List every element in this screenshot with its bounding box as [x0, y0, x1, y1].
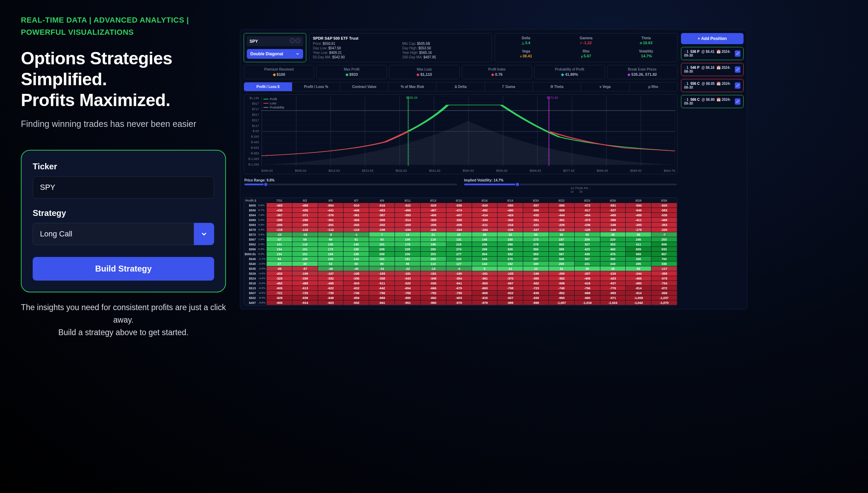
greek-gamma: GammaΓ-1.22	[558, 36, 615, 46]
y-tick: $517	[245, 113, 260, 116]
tab--delta[interactable]: Δ Delta	[437, 82, 485, 91]
price-range-slider[interactable]: Price Range: 9.8%	[244, 178, 457, 193]
greek-delta: Delta△3.4	[498, 36, 554, 46]
page-subtitle: Finding winning trades has never been ea…	[21, 119, 226, 129]
heat-row: $5998.7%-430-435-441-446-453-459-467-474…	[244, 208, 677, 213]
ticker-icon-2[interactable]	[295, 38, 300, 43]
y-tick: $-683	[245, 146, 260, 149]
chart-svg	[261, 97, 675, 166]
chart-plot-area: $535.26 $571.82	[261, 97, 675, 166]
tab--of-max-risk[interactable]: % of Max Risk	[389, 82, 437, 91]
x-tick: $550.83	[463, 169, 474, 172]
metrics-row: Premium Received◆ $100Max Profit◆ $933Ma…	[244, 65, 678, 79]
breakeven-2-label: $571.82	[547, 96, 558, 99]
heat-row: $507-8.0%-721-725-735-745-756-768-782-79…	[244, 291, 677, 296]
x-tick: $568.83	[530, 169, 541, 172]
dash-ticker-field[interactable]: SPY	[247, 36, 303, 46]
chart-tabs: Profit / Loss $Profit / Loss %Contract V…	[244, 82, 678, 91]
dash-strategy-select[interactable]: Double Diagonal	[247, 49, 303, 59]
heat-row: $502-8.9%-829-838-848-859-869-880-892-90…	[244, 296, 677, 300]
heat-row: $535-2.9%-65-57-49-40-31-22-13-451423313…	[244, 266, 677, 271]
y-tick: $1,146	[245, 97, 260, 100]
insights-line1: The insights you need for consistent pro…	[21, 303, 226, 324]
x-tick: $514.83	[328, 169, 340, 172]
edit-position-button[interactable]	[735, 66, 740, 73]
strategy-label: Strategy	[33, 208, 214, 218]
heat-row: $5560.9%13415117018820822825027429932635…	[244, 247, 677, 252]
ticker-icon-group	[289, 38, 300, 44]
heat-row: $513-6.9%-605-613-622-632-642-654-666-67…	[244, 286, 677, 291]
y-tick: $717	[245, 108, 260, 111]
iv-mark-2x: 29.4% 2x	[579, 186, 589, 193]
heat-row: $5947.8%-367-371-376-381-387-393-400-407…	[244, 213, 677, 218]
y-tick: $317	[245, 119, 260, 122]
dash-ticker-value: SPY	[250, 39, 258, 44]
edit-position-button[interactable]	[735, 50, 740, 57]
instrument-title: SPDR S&P 500 ETF Trust	[313, 36, 488, 40]
pl-heatmap: Profit $7/318/28/58/78/98/118/138/158/16…	[244, 197, 678, 306]
heat-row: $5723.8%-23-15-8-1714212936435058584836-…	[244, 232, 677, 237]
strategy-select-toggle[interactable]	[194, 223, 214, 245]
ticker-icon-1[interactable]	[290, 38, 295, 43]
tab--vega[interactable]: ν Vega	[581, 82, 630, 91]
dashboard-preview: SPY Double Diagonal SPDR S&P 500 ETF Tru…	[240, 29, 747, 309]
dayhigh-value: $553.50	[419, 46, 431, 50]
x-tick: $532.83	[396, 169, 407, 172]
greek-theta: ThetaΘ10.63	[618, 36, 674, 46]
yearlow-label: Year Low:	[313, 51, 328, 55]
tab-profit-loss-[interactable]: Profit / Loss $	[244, 82, 292, 91]
heat-row: $5622.0%10111513014516117819621523525627…	[244, 242, 677, 247]
ticker-input[interactable]	[33, 176, 214, 199]
strategy-builder-card: Ticker Strategy Long Call Build Strategy	[21, 150, 226, 292]
heat-row: $6059.8%-493-499-504-510-516-522-529-536…	[244, 203, 677, 208]
edit-position-button[interactable]	[735, 98, 740, 105]
x-tick: $505.83	[295, 169, 306, 172]
instrument-info: SPDR S&P 500 ETF Trust Price: $550.81 Mk…	[309, 33, 492, 62]
y-tick: $-1,083	[245, 157, 260, 161]
chart-x-axis: $496.83$505.83$514.83$523.83$532.83$541.…	[261, 169, 675, 172]
pl-chart: Profit Loss Probability $1,146$917$717$5…	[244, 94, 678, 174]
metric-profit-index: Profit Index◆ 0.76	[462, 65, 532, 79]
x-tick: $496.83	[261, 169, 273, 172]
heat-row: $529-4.0%-202-199-197-195-193-191-191-19…	[244, 271, 677, 276]
heat-row: $518-6.0%-482-488-495-503-511-520-530-54…	[244, 281, 677, 286]
x-tick: $559.83	[496, 169, 508, 172]
greek-volatility: Volatility14.7%	[618, 49, 674, 59]
heat-row: $524-4.5%-328-330-332-335-338-343-348-35…	[244, 276, 677, 281]
ma200-label: 200-Day MA:	[402, 55, 422, 59]
yearlow-value: $409.21	[329, 51, 342, 55]
headline-line1: Options Strategies Simplified.	[21, 49, 172, 89]
tab--theta[interactable]: Θ Theta	[533, 82, 581, 91]
price-range-label: Price Range: 9.8%	[244, 178, 457, 182]
metric-break-even-prices: Break Even Prices◆ 535.26, 571.82	[607, 65, 678, 79]
breakeven-1-label: $535.26	[406, 96, 418, 99]
mktcap-value: $505.5B	[417, 42, 430, 46]
x-tick: $595.83	[630, 169, 642, 172]
tab--rho[interactable]: ρ Rho	[630, 82, 678, 91]
calendar-icon: 📅	[716, 82, 721, 86]
metric-max-profit: Max Profit◆ $933	[316, 65, 387, 79]
ma50-value: $542.90	[332, 55, 345, 59]
tab--gama[interactable]: Γ Gama	[485, 82, 533, 91]
heat-row: $5896.9%-295-298-301-305-309-314-320-326…	[244, 218, 677, 223]
calendar-icon: 📅	[716, 98, 721, 102]
heat-row: $5784.9%-118-115-112-110-108-104-104-104…	[244, 227, 677, 232]
insights-text: The insights you need for consistent pro…	[21, 301, 226, 339]
y-tick: $-283	[245, 135, 260, 138]
heat-row: $5835.8%-200-200-201-202-202-203-205-206…	[244, 223, 677, 227]
dayhigh-label: Day High:	[402, 46, 417, 50]
metric-probability-of-profit: Probability of Profit◆ 41.89%	[534, 65, 605, 79]
metric-max-loss: Max Loss◆ $1,115	[389, 65, 460, 79]
tab-contract-value[interactable]: Contract Value	[340, 82, 389, 91]
heat-row: $5672.9%47586981931051181311451581731872…	[244, 237, 677, 242]
strategy-select[interactable]: Long Call	[33, 223, 194, 245]
yearhigh-label: Year High:	[402, 51, 418, 55]
iv-slider[interactable]: Implied Volatility: 14.7% 14.7% 1x29.4% …	[464, 178, 677, 193]
tab-profit-loss-[interactable]: Profit / Loss %	[292, 82, 341, 91]
greek-vega: Vegaν38.41	[498, 49, 554, 59]
add-position-button[interactable]: + Add Position	[681, 33, 744, 44]
chevron-down-icon	[295, 52, 300, 56]
edit-position-button[interactable]	[735, 82, 740, 89]
greek-rho: Rhoρ5.67	[558, 49, 615, 59]
build-strategy-button[interactable]: Build Strategy	[33, 257, 214, 281]
